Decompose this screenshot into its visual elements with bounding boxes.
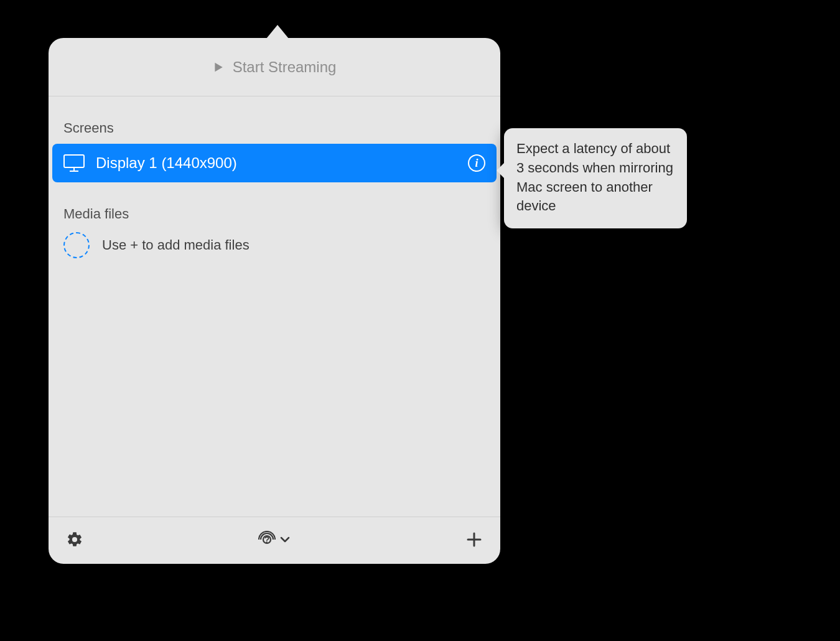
streaming-popover: Start Streaming Screens Display 1 (1440x… [49, 38, 500, 564]
screen-item-display-1[interactable]: Display 1 (1440x900) i [52, 144, 497, 182]
cast-target-icon: ? [258, 531, 276, 548]
media-empty-row: Use + to add media files [49, 227, 500, 258]
popover-arrow [266, 25, 289, 39]
play-icon [213, 62, 224, 73]
screen-item-label: Display 1 (1440x900) [96, 154, 457, 172]
media-empty-hint: Use + to add media files [102, 237, 250, 253]
monitor-icon [63, 154, 85, 172]
start-streaming-label: Start Streaming [233, 58, 337, 76]
popover-footer: ? [49, 517, 500, 564]
chevron-down-icon [279, 534, 291, 545]
dashed-circle-icon [63, 232, 90, 258]
popover-body: Screens Display 1 (1440x900) i Media fil… [49, 96, 500, 517]
latency-tooltip-text: Expect a latency of about 3 seconds when… [516, 141, 673, 213]
latency-tooltip: Expect a latency of about 3 seconds when… [504, 128, 687, 228]
svg-text:?: ? [264, 535, 270, 545]
cast-target-button[interactable]: ? [258, 531, 276, 551]
cast-target-dropdown[interactable] [279, 534, 291, 548]
plus-icon [465, 531, 483, 548]
info-icon[interactable]: i [468, 154, 485, 172]
settings-button[interactable] [66, 531, 83, 551]
gear-icon [66, 531, 83, 548]
svg-rect-0 [64, 155, 84, 167]
start-streaming-button[interactable]: Start Streaming [49, 38, 500, 96]
screens-section-label: Screens [49, 120, 500, 141]
add-media-button[interactable] [465, 531, 483, 551]
media-files-section-label: Media files [49, 206, 500, 227]
